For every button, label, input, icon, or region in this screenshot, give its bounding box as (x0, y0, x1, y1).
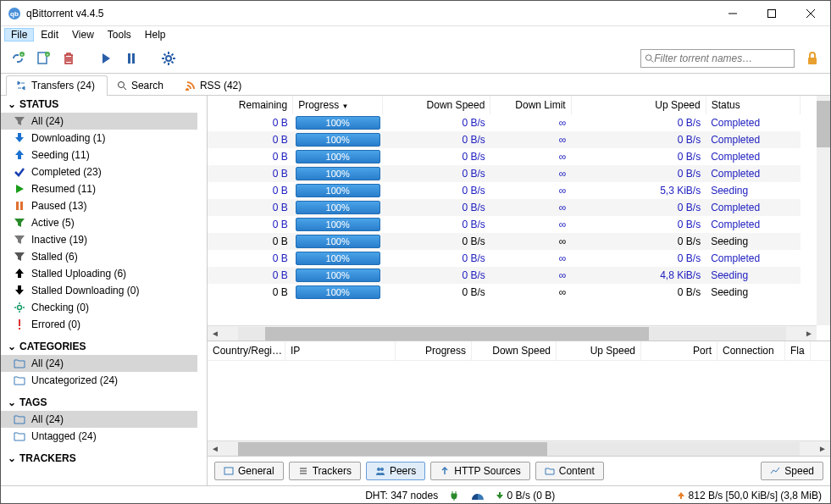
col-remaining[interactable]: Remaining (208, 96, 293, 114)
filter-item[interactable]: Inactive (19) (1, 231, 197, 248)
torrent-row[interactable]: 0 B100%0 B/s∞5,3 KiB/sSeeding (208, 182, 801, 199)
col-progress[interactable]: Progress ▼ (293, 96, 383, 114)
svg-rect-35 (19, 328, 20, 330)
filter-item[interactable]: Completed (23) (1, 163, 197, 180)
torrent-row[interactable]: 0 B100%0 B/s∞0 B/sCompleted (208, 199, 801, 216)
svg-rect-3 (768, 9, 776, 17)
add-file-button[interactable]: + (33, 48, 53, 69)
filter-input[interactable] (654, 53, 790, 64)
col-down-speed[interactable]: Down Speed (383, 96, 490, 114)
btab-speed[interactable]: Speed (761, 462, 823, 480)
section-header[interactable]: ⌄TRACKERS (1, 450, 197, 467)
filter-input-wrapper[interactable] (640, 49, 795, 68)
torrent-row[interactable]: 0 B100%0 B/s∞0 B/sCompleted (208, 148, 801, 165)
torrent-row[interactable]: 0 B100%0 B/s∞0 B/sSeeding (208, 284, 801, 301)
section-header[interactable]: ⌄STATUS (1, 96, 197, 113)
gear-icon (13, 301, 26, 314)
tab-rss[interactable]: RSS (42) (176, 75, 254, 95)
menu-view[interactable]: View (65, 28, 101, 42)
plug-icon (448, 490, 460, 501)
tag-item[interactable]: All (24) (1, 411, 197, 428)
section-header[interactable]: ⌄CATEGORIES (1, 338, 197, 355)
add-link-button[interactable]: + (8, 48, 28, 69)
delete-button[interactable] (58, 48, 79, 69)
pcol-ip[interactable]: IP (285, 341, 396, 360)
section-header[interactable]: ⌄TAGS (1, 394, 197, 411)
btab-trackers[interactable]: Trackers (289, 462, 361, 480)
btab-peers[interactable]: Peers (366, 462, 425, 480)
close-button[interactable] (791, 1, 830, 26)
tab-search[interactable]: Search (108, 75, 176, 95)
col-up-speed[interactable]: Up Speed (571, 96, 706, 114)
tag-item[interactable]: Untagged (24) (1, 428, 197, 445)
folder-icon (13, 413, 26, 426)
svg-rect-12 (132, 53, 135, 64)
menu-bar: File Edit View Tools Help (1, 26, 830, 43)
torrent-row[interactable]: 0 B100%0 B/s∞0 B/sCompleted (208, 114, 801, 131)
menu-help[interactable]: Help (138, 28, 173, 42)
svg-line-19 (172, 61, 174, 63)
filter-item[interactable]: Stalled Downloading (0) (1, 282, 197, 299)
svg-rect-11 (128, 53, 130, 64)
resume-button[interactable] (96, 48, 116, 69)
pcol-conn[interactable]: Connection (717, 341, 785, 360)
svg-line-18 (164, 53, 166, 55)
peers-columns[interactable]: Country/Regi… IP Progress Down Speed Up … (208, 341, 830, 361)
tab-transfers[interactable]: Transfers (24) (6, 75, 108, 96)
peers-horizontal-scrollbar[interactable]: ◄► (208, 440, 830, 456)
settings-button[interactable] (158, 48, 179, 69)
torrent-list[interactable]: Remaining Progress ▼ Down Speed Down Lim… (208, 96, 830, 341)
torrent-row[interactable]: 0 B100%0 B/s∞4,8 KiB/sSeeding (208, 267, 801, 284)
filter-item[interactable]: Stalled (6) (1, 248, 197, 265)
torrent-row[interactable]: 0 B100%0 B/s∞0 B/sCompleted (208, 165, 801, 182)
torrent-row[interactable]: 0 B100%0 B/s∞0 B/sSeeding (208, 233, 801, 250)
btab-http[interactable]: HTTP Sources (430, 462, 529, 480)
category-item[interactable]: Uncategorized (24) (1, 372, 197, 389)
peers-pane: Country/Regi… IP Progress Down Speed Up … (208, 341, 830, 456)
filter-item[interactable]: Paused (13) (1, 197, 197, 214)
btab-general[interactable]: General (214, 462, 284, 480)
filter-item[interactable]: Errored (0) (1, 316, 197, 333)
filter-item[interactable]: Stalled Uploading (6) (1, 265, 197, 282)
filter-item[interactable]: Checking (0) (1, 299, 197, 316)
lock-icon[interactable] (805, 51, 820, 66)
pcol-down[interactable]: Down Speed (472, 341, 557, 360)
status-bar: DHT: 347 nodes 0 B/s (0 B) 812 B/s [50,0… (1, 485, 830, 504)
filter-item[interactable]: All (24) (1, 113, 197, 130)
vertical-scrollbar[interactable] (817, 96, 830, 325)
speedometer-icon[interactable] (470, 490, 485, 501)
peers-body (208, 361, 830, 440)
svg-point-13 (166, 56, 171, 61)
transfers-icon (15, 80, 27, 91)
filter-item[interactable]: Active (5) (1, 214, 197, 231)
pcol-flags[interactable]: Fla (785, 341, 811, 360)
maximize-button[interactable] (752, 1, 791, 26)
torrent-row[interactable]: 0 B100%0 B/s∞0 B/sCompleted (208, 250, 801, 267)
btab-content[interactable]: Content (535, 462, 604, 480)
menu-edit[interactable]: Edit (34, 28, 65, 42)
window-title: qBittorrent v4.4.5 (26, 8, 713, 19)
title-bar: qb qBittorrent v4.4.5 (1, 1, 830, 26)
pcol-port[interactable]: Port (641, 341, 717, 360)
pause-button[interactable] (121, 48, 141, 69)
filter-item[interactable]: Downloading (1) (1, 130, 197, 147)
svg-rect-27 (16, 202, 19, 210)
pcol-country[interactable]: Country/Regi… (208, 341, 285, 360)
category-item[interactable]: All (24) (1, 355, 197, 372)
check-icon (13, 165, 26, 179)
pcol-up[interactable]: Up Speed (557, 341, 641, 360)
filter-item[interactable]: Resumed (11) (1, 180, 197, 197)
sidebar[interactable]: ⌄STATUSAll (24)Downloading (1)Seeding (1… (1, 96, 208, 485)
pcol-progress[interactable]: Progress (396, 341, 472, 360)
torrent-row[interactable]: 0 B100%0 B/s∞0 B/sCompleted (208, 131, 801, 148)
minimize-button[interactable] (713, 1, 752, 26)
col-down-limit[interactable]: Down Limit (490, 96, 571, 114)
horizontal-scrollbar[interactable]: ◄► (208, 325, 817, 341)
svg-line-26 (124, 87, 126, 90)
toolbar: + + (1, 43, 830, 74)
menu-file[interactable]: File (4, 28, 34, 42)
filter-item[interactable]: Seeding (11) (1, 147, 197, 163)
torrent-row[interactable]: 0 B100%0 B/s∞0 B/sCompleted (208, 216, 801, 233)
col-status[interactable]: Status (706, 96, 800, 114)
menu-tools[interactable]: Tools (101, 28, 138, 42)
